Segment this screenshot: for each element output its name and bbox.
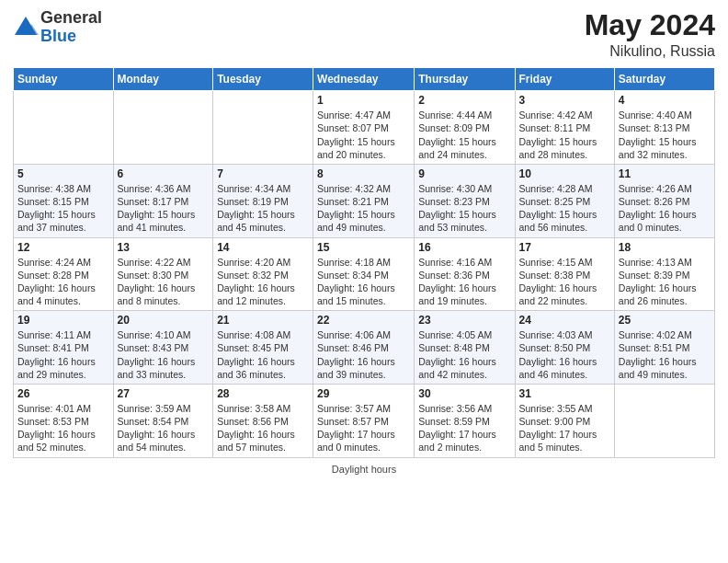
calendar-cell: 8Sunrise: 4:32 AM Sunset: 8:21 PM Daylig… xyxy=(313,164,415,237)
day-number: 3 xyxy=(519,94,610,107)
day-number: 17 xyxy=(519,241,610,254)
day-header-monday: Monday xyxy=(113,68,213,91)
day-info: Sunrise: 4:20 AM Sunset: 8:32 PM Dayligh… xyxy=(217,256,309,308)
day-info: Sunrise: 4:08 AM Sunset: 8:45 PM Dayligh… xyxy=(217,328,309,381)
day-number: 18 xyxy=(619,241,711,254)
day-info: Sunrise: 3:59 AM Sunset: 8:54 PM Dayligh… xyxy=(118,402,210,454)
logo-icon xyxy=(13,15,39,40)
calendar-cell: 4Sunrise: 4:40 AM Sunset: 8:13 PM Daylig… xyxy=(614,91,714,165)
calendar-cell: 6Sunrise: 4:36 AM Sunset: 8:17 PM Daylig… xyxy=(113,164,213,237)
calendar-cell: 29Sunrise: 3:57 AM Sunset: 8:57 PM Dayli… xyxy=(313,384,415,457)
day-info: Sunrise: 4:40 AM Sunset: 8:13 PM Dayligh… xyxy=(619,109,711,161)
day-info: Sunrise: 4:13 AM Sunset: 8:39 PM Dayligh… xyxy=(619,256,711,308)
day-header-tuesday: Tuesday xyxy=(213,68,313,91)
day-number: 5 xyxy=(17,167,109,180)
calendar-cell: 18Sunrise: 4:13 AM Sunset: 8:39 PM Dayli… xyxy=(614,237,714,311)
title-block: May 2024 Nikulino, Russia xyxy=(585,9,715,60)
day-number: 27 xyxy=(118,387,210,400)
calendar-cell: 19Sunrise: 4:11 AM Sunset: 8:41 PM Dayli… xyxy=(14,311,114,385)
calendar-cell: 11Sunrise: 4:26 AM Sunset: 8:26 PM Dayli… xyxy=(614,164,714,237)
day-info: Sunrise: 4:16 AM Sunset: 8:36 PM Dayligh… xyxy=(418,256,510,308)
calendar-cell xyxy=(213,91,313,165)
day-number: 1 xyxy=(317,94,410,107)
day-info: Sunrise: 4:30 AM Sunset: 8:23 PM Dayligh… xyxy=(418,182,510,235)
month-year: May 2024 xyxy=(585,9,715,41)
calendar-cell xyxy=(14,91,114,165)
day-number: 26 xyxy=(17,387,109,400)
day-info: Sunrise: 4:01 AM Sunset: 8:53 PM Dayligh… xyxy=(17,402,109,454)
day-info: Sunrise: 4:24 AM Sunset: 8:28 PM Dayligh… xyxy=(17,256,109,308)
week-row-5: 26Sunrise: 4:01 AM Sunset: 8:53 PM Dayli… xyxy=(14,384,715,457)
day-info: Sunrise: 4:38 AM Sunset: 8:15 PM Dayligh… xyxy=(17,182,109,235)
calendar-cell: 12Sunrise: 4:24 AM Sunset: 8:28 PM Dayli… xyxy=(14,237,114,311)
calendar-cell: 5Sunrise: 4:38 AM Sunset: 8:15 PM Daylig… xyxy=(14,164,114,237)
day-header-friday: Friday xyxy=(515,68,614,91)
day-number: 15 xyxy=(317,241,410,254)
day-info: Sunrise: 4:06 AM Sunset: 8:46 PM Dayligh… xyxy=(317,328,410,381)
day-info: Sunrise: 3:57 AM Sunset: 8:57 PM Dayligh… xyxy=(317,402,410,454)
week-row-3: 12Sunrise: 4:24 AM Sunset: 8:28 PM Dayli… xyxy=(14,237,715,311)
day-number: 14 xyxy=(217,241,309,254)
day-number: 13 xyxy=(118,241,210,254)
header: General Blue May 2024 Nikulino, Russia xyxy=(13,9,715,60)
calendar-cell: 21Sunrise: 4:08 AM Sunset: 8:45 PM Dayli… xyxy=(213,311,313,385)
day-info: Sunrise: 3:55 AM Sunset: 9:00 PM Dayligh… xyxy=(519,402,610,454)
day-info: Sunrise: 4:11 AM Sunset: 8:41 PM Dayligh… xyxy=(17,328,109,381)
day-number: 28 xyxy=(217,387,309,400)
calendar-cell: 15Sunrise: 4:18 AM Sunset: 8:34 PM Dayli… xyxy=(313,237,415,311)
calendar-cell: 9Sunrise: 4:30 AM Sunset: 8:23 PM Daylig… xyxy=(415,164,515,237)
calendar-cell: 27Sunrise: 3:59 AM Sunset: 8:54 PM Dayli… xyxy=(113,384,213,457)
day-info: Sunrise: 4:28 AM Sunset: 8:25 PM Dayligh… xyxy=(519,182,610,235)
day-number: 29 xyxy=(317,387,410,400)
week-row-4: 19Sunrise: 4:11 AM Sunset: 8:41 PM Dayli… xyxy=(14,311,715,385)
day-number: 7 xyxy=(217,167,309,180)
calendar-cell: 22Sunrise: 4:06 AM Sunset: 8:46 PM Dayli… xyxy=(313,311,415,385)
logo-blue-text: Blue xyxy=(40,28,102,46)
day-info: Sunrise: 4:42 AM Sunset: 8:11 PM Dayligh… xyxy=(519,109,610,161)
day-number: 24 xyxy=(519,314,610,327)
day-info: Sunrise: 4:22 AM Sunset: 8:30 PM Dayligh… xyxy=(118,256,210,308)
day-header-thursday: Thursday xyxy=(415,68,515,91)
week-row-2: 5Sunrise: 4:38 AM Sunset: 8:15 PM Daylig… xyxy=(14,164,715,237)
day-info: Sunrise: 4:02 AM Sunset: 8:51 PM Dayligh… xyxy=(619,328,711,381)
day-number: 10 xyxy=(519,167,610,180)
calendar-cell: 25Sunrise: 4:02 AM Sunset: 8:51 PM Dayli… xyxy=(614,311,714,385)
day-header-sunday: Sunday xyxy=(14,68,114,91)
day-number: 20 xyxy=(118,314,210,327)
page: General Blue May 2024 Nikulino, Russia S… xyxy=(0,0,728,563)
calendar-cell: 3Sunrise: 4:42 AM Sunset: 8:11 PM Daylig… xyxy=(515,91,614,165)
day-info: Sunrise: 4:26 AM Sunset: 8:26 PM Dayligh… xyxy=(619,182,711,235)
day-number: 22 xyxy=(317,314,410,327)
logo-text: General Blue xyxy=(40,9,102,46)
day-number: 9 xyxy=(418,167,510,180)
day-number: 8 xyxy=(317,167,410,180)
logo-general-text: General xyxy=(40,9,102,28)
day-info: Sunrise: 4:44 AM Sunset: 8:09 PM Dayligh… xyxy=(418,109,510,161)
calendar-cell: 17Sunrise: 4:15 AM Sunset: 8:38 PM Dayli… xyxy=(515,237,614,311)
day-number: 19 xyxy=(17,314,109,327)
calendar-cell: 10Sunrise: 4:28 AM Sunset: 8:25 PM Dayli… xyxy=(515,164,614,237)
calendar-cell: 7Sunrise: 4:34 AM Sunset: 8:19 PM Daylig… xyxy=(213,164,313,237)
day-info: Sunrise: 4:15 AM Sunset: 8:38 PM Dayligh… xyxy=(519,256,610,308)
day-number: 23 xyxy=(418,314,510,327)
day-number: 21 xyxy=(217,314,309,327)
day-number: 11 xyxy=(619,167,711,180)
calendar-cell: 2Sunrise: 4:44 AM Sunset: 8:09 PM Daylig… xyxy=(415,91,515,165)
day-info: Sunrise: 4:34 AM Sunset: 8:19 PM Dayligh… xyxy=(217,182,309,235)
calendar-body: 1Sunrise: 4:47 AM Sunset: 8:07 PM Daylig… xyxy=(14,91,715,457)
day-info: Sunrise: 4:18 AM Sunset: 8:34 PM Dayligh… xyxy=(317,256,410,308)
calendar-cell: 30Sunrise: 3:56 AM Sunset: 8:59 PM Dayli… xyxy=(415,384,515,457)
calendar-cell xyxy=(113,91,213,165)
day-info: Sunrise: 4:03 AM Sunset: 8:50 PM Dayligh… xyxy=(519,328,610,381)
calendar-cell: 20Sunrise: 4:10 AM Sunset: 8:43 PM Dayli… xyxy=(113,311,213,385)
day-number: 16 xyxy=(418,241,510,254)
day-info: Sunrise: 3:58 AM Sunset: 8:56 PM Dayligh… xyxy=(217,402,309,454)
days-header-row: SundayMondayTuesdayWednesdayThursdayFrid… xyxy=(14,68,715,91)
day-info: Sunrise: 4:47 AM Sunset: 8:07 PM Dayligh… xyxy=(317,109,410,161)
day-info: Sunrise: 4:05 AM Sunset: 8:48 PM Dayligh… xyxy=(418,328,510,381)
day-info: Sunrise: 4:36 AM Sunset: 8:17 PM Dayligh… xyxy=(118,182,210,235)
day-number: 12 xyxy=(17,241,109,254)
day-number: 2 xyxy=(418,94,510,107)
calendar-cell: 1Sunrise: 4:47 AM Sunset: 8:07 PM Daylig… xyxy=(313,91,415,165)
day-number: 31 xyxy=(519,387,610,400)
